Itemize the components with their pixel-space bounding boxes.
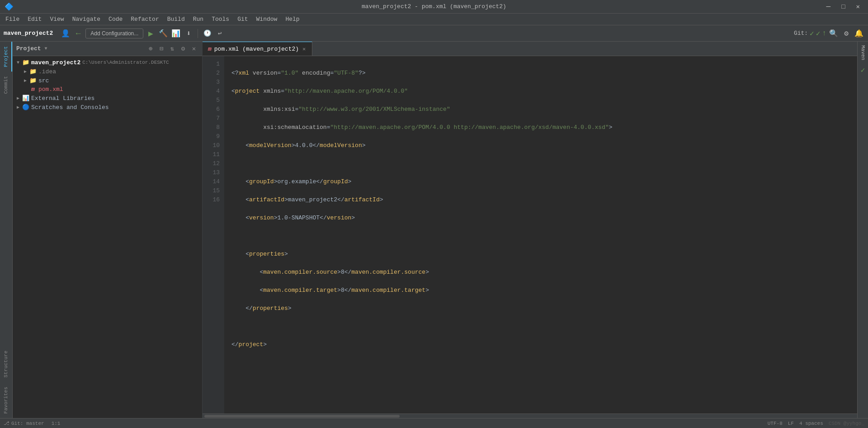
- horizontal-scrollbar[interactable]: [203, 414, 857, 418]
- line-num-6: 6: [203, 105, 224, 114]
- sidebar-item-maven[interactable]: Maven: [859, 42, 868, 64]
- tab-close-button[interactable]: ✕: [302, 46, 307, 52]
- sidebar-item-favorites[interactable]: Favorites: [0, 382, 12, 418]
- code-line-14: </properties>: [231, 304, 850, 313]
- line-num-5: 5: [203, 96, 224, 105]
- panel-collapse-button[interactable]: ⊟: [157, 44, 166, 53]
- expand-arrow-root[interactable]: ▼: [14, 60, 22, 65]
- tree-idea-label: .idea: [38, 68, 56, 75]
- panel-sort-button[interactable]: ⇅: [168, 44, 177, 53]
- back-button[interactable]: ←: [73, 28, 84, 39]
- code-line-9: <version>1.0-SNAPSHOT</version>: [231, 214, 850, 223]
- menu-navigate[interactable]: Navigate: [69, 15, 104, 24]
- notifications-button[interactable]: 🔔: [854, 28, 864, 39]
- pom-xml-icon: m: [29, 86, 37, 93]
- tree-scratches-label: Scratches and Consoles: [31, 104, 109, 111]
- expand-arrow-scratches[interactable]: ▶: [14, 105, 22, 110]
- line-num-12: 12: [203, 159, 224, 168]
- menu-git[interactable]: Git: [234, 15, 251, 24]
- expand-arrow-ext[interactable]: ▶: [14, 95, 22, 101]
- menu-window[interactable]: Window: [253, 15, 281, 24]
- minimize-button[interactable]: —: [823, 3, 835, 11]
- encoding-label[interactable]: UTF-8: [768, 421, 783, 426]
- coverage-button[interactable]: 📊: [170, 28, 181, 39]
- tree-scratches-item[interactable]: ▶ 🔵 Scratches and Consoles: [13, 103, 202, 112]
- rollback-button[interactable]: ↩: [214, 28, 225, 39]
- menu-help[interactable]: Help: [282, 15, 303, 24]
- line-col-status: 1:1: [52, 421, 61, 426]
- code-lines[interactable]: <?xml version="1.0" encoding="UTF-8"?> <…: [224, 56, 857, 414]
- close-button[interactable]: ✕: [853, 3, 863, 10]
- panel-close-button[interactable]: ✕: [189, 44, 198, 53]
- code-line-16: </project>: [231, 340, 850, 349]
- line-num-3: 3: [203, 78, 224, 87]
- menu-build[interactable]: Build: [164, 15, 189, 24]
- line-num-9: 9: [203, 132, 224, 141]
- toolbar-right: Git: ✓ ✓ ↑ 🔍 ⚙ 🔔: [790, 28, 864, 39]
- left-sidebar-tabs: Project Commit Structure Favorites: [0, 42, 13, 418]
- project-panel: Project ▼ ⊕ ⊟ ⇅ ⚙ ✕ ▼ 📁 maven_project2 C…: [13, 42, 203, 418]
- menu-code[interactable]: Code: [105, 15, 126, 24]
- tree-ext-lib-item[interactable]: ▶ 📊 External Libraries: [13, 94, 202, 103]
- tree-root-path: C:\Users\Administrator.DESKTC: [82, 60, 169, 65]
- expand-arrow-src[interactable]: ▶: [22, 78, 29, 83]
- tree-pom-item[interactable]: m pom.xml: [13, 85, 202, 94]
- sidebar-item-commit[interactable]: Commit: [0, 71, 12, 99]
- project-name-label: maven_project2: [4, 30, 53, 37]
- expand-arrow-idea[interactable]: ▶: [22, 69, 29, 74]
- toolbar-separator-1: [198, 29, 198, 38]
- checkmark-green-icon: ✓: [861, 66, 865, 75]
- menu-file[interactable]: File: [2, 15, 23, 24]
- git-branch-status[interactable]: ⎇ Git: master: [4, 420, 44, 426]
- menu-view[interactable]: View: [46, 15, 67, 24]
- bottom-right: UTF-8 LF 4 spaces CSDN @yyhgo_: [768, 421, 864, 426]
- scratches-icon: 🔵: [22, 104, 30, 111]
- code-line-13: <maven.compiler.target>8</maven.compiler…: [231, 286, 850, 295]
- tree-idea-item[interactable]: ▶ 📁 .idea: [13, 67, 202, 76]
- title-left: 🔷: [5, 2, 14, 11]
- line-num-14: 14: [203, 177, 224, 186]
- tab-pom-xml[interactable]: m pom.xml (maven_project2) ✕: [203, 42, 312, 56]
- settings-button[interactable]: ⚙: [841, 28, 852, 39]
- window-controls: — □ ✕: [823, 3, 863, 11]
- line-num-8: 8: [203, 123, 224, 132]
- run-button[interactable]: ▶: [145, 28, 156, 39]
- code-editor[interactable]: 1 2 3 4 5 6 7 8 9 10 11 12 13 14 15 16: [203, 56, 857, 414]
- window-title: maven_project2 - pom.xml (maven_project2…: [362, 3, 506, 10]
- code-line-15: [231, 322, 850, 331]
- menu-tools[interactable]: Tools: [208, 15, 233, 24]
- app-logo-icon: 🔷: [5, 2, 14, 11]
- code-line-8: <artifactId>maven_project2</artifactId>: [231, 195, 850, 204]
- search-button[interactable]: 🔍: [828, 28, 839, 39]
- tree-ext-lib-label: External Libraries: [31, 95, 94, 102]
- menu-run[interactable]: Run: [189, 15, 207, 24]
- profile-button[interactable]: 👤: [60, 28, 71, 39]
- menu-refactor[interactable]: Refactor: [127, 15, 162, 24]
- title-bar: 🔷 maven_project2 - pom.xml (maven_projec…: [0, 0, 868, 14]
- restore-button[interactable]: □: [838, 3, 849, 10]
- build-button[interactable]: 🔨: [158, 28, 169, 39]
- sidebar-item-structure[interactable]: Structure: [0, 346, 12, 382]
- panel-add-button[interactable]: ⊕: [146, 44, 155, 53]
- line-num-10: 10: [203, 141, 224, 150]
- add-configuration-button[interactable]: Add Configuration...: [85, 29, 143, 38]
- panel-settings-button[interactable]: ⚙: [179, 44, 188, 53]
- line-sep-label[interactable]: LF: [788, 421, 794, 426]
- tree-src-item[interactable]: ▶ 📁 src: [13, 76, 202, 85]
- sidebar-item-project[interactable]: Project: [0, 42, 12, 71]
- history-button[interactable]: 🕐: [202, 28, 212, 39]
- line-num-2: 2: [203, 69, 224, 78]
- tab-pom-icon: m: [208, 46, 212, 52]
- panel-actions: ⊕ ⊟ ⇅ ⚙ ✕: [146, 44, 198, 53]
- bottom-bar: ⎇ Git: master 1:1 UTF-8 LF 4 spaces CSDN…: [0, 418, 868, 428]
- tree-src-label: src: [38, 77, 49, 84]
- menu-edit[interactable]: Edit: [24, 15, 45, 24]
- code-line-11: <properties>: [231, 250, 850, 259]
- tree-root-item[interactable]: ▼ 📁 maven_project2 C:\Users\Administrato…: [13, 58, 202, 67]
- panel-dropdown-arrow-icon[interactable]: ▼: [45, 46, 47, 51]
- idea-folder-icon: 📁: [29, 68, 37, 75]
- stop-button[interactable]: ⬇: [183, 28, 194, 39]
- scrollbar-thumb[interactable]: [204, 415, 400, 418]
- indent-label[interactable]: 4 spaces: [799, 421, 823, 426]
- code-line-5: <modelVersion>4.0.0</modelVersion>: [231, 141, 850, 150]
